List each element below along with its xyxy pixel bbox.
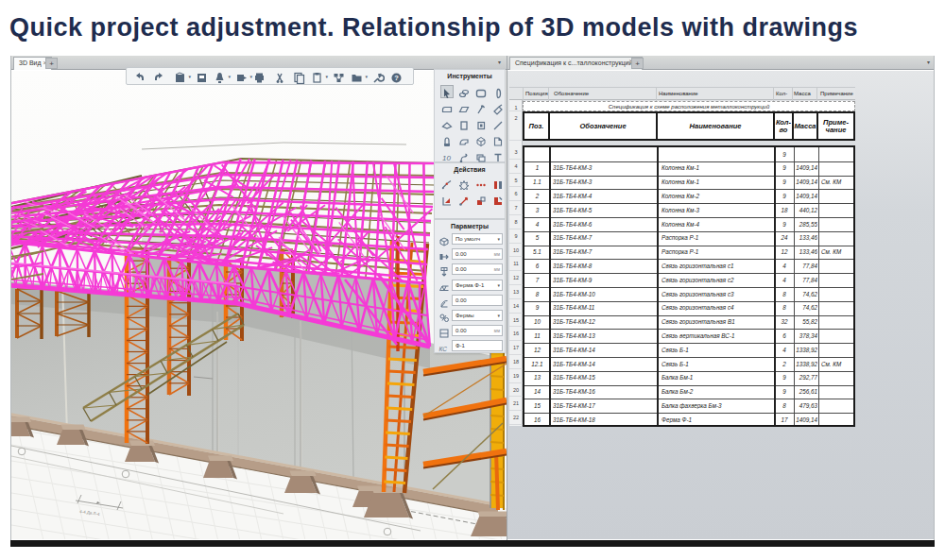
- svg-text:?: ?: [394, 74, 399, 82]
- svg-text:КС: КС: [439, 346, 448, 352]
- svg-text:10: 10: [442, 154, 451, 162]
